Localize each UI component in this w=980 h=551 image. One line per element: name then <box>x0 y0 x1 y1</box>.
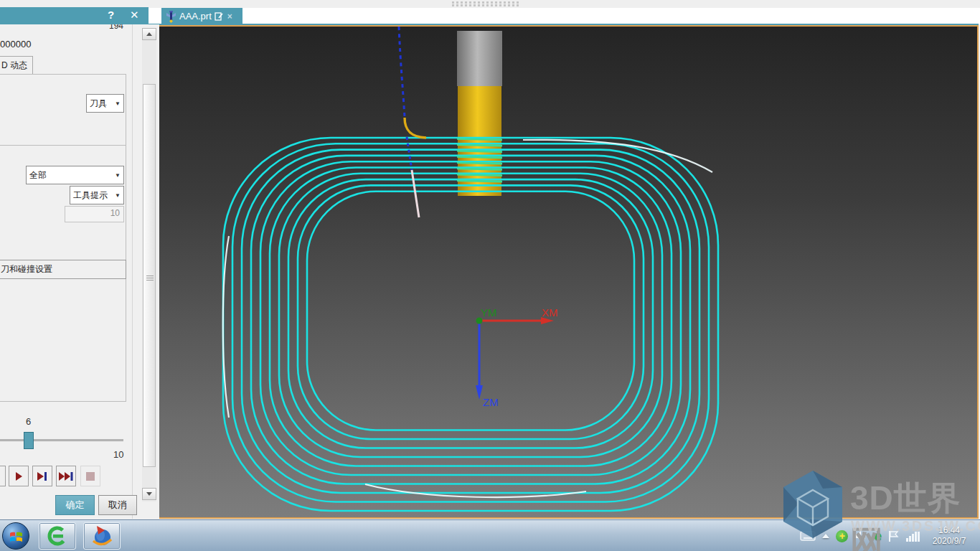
speed-slider-thumb[interactable] <box>24 432 34 449</box>
taskbar-browser-button[interactable] <box>39 522 76 550</box>
scrollbar-thumb[interactable] <box>143 84 156 467</box>
motion-filter-combo-value: 全部 <box>29 169 47 182</box>
360-safety-icon[interactable]: + <box>836 530 848 542</box>
chevron-down-icon: ▼ <box>115 100 121 107</box>
toolpath-over-tool <box>457 163 502 164</box>
tool-display-combo-value: 刀具 <box>90 98 107 110</box>
toolpath-loop <box>279 174 662 457</box>
browser-tray-icon[interactable]: e <box>874 528 882 544</box>
dialog-help-button[interactable]: ? <box>108 9 114 21</box>
speed-slider-max: 10 <box>113 449 123 460</box>
tab-3d-dynamic-label: D 动态 <box>1 60 27 72</box>
toolpath-loop <box>260 161 681 475</box>
triangle-down-icon <box>146 492 152 496</box>
zm-axis-label: ZM <box>483 396 499 408</box>
zm-arrowhead <box>476 385 483 400</box>
taskbar-clock[interactable]: 16:44 2020/9/7 <box>921 522 977 550</box>
playback-stop-button[interactable] <box>80 466 100 486</box>
playback-play-button[interactable] <box>9 466 29 486</box>
dialog-scrollbar[interactable] <box>142 28 156 501</box>
stop-icon <box>86 472 95 481</box>
gouge-collision-settings-label: 刀和碰撞设置 <box>1 263 52 276</box>
tab-close-icon[interactable]: × <box>227 11 232 22</box>
volume-icon[interactable] <box>854 530 867 542</box>
toolpath-over-tool <box>457 174 502 176</box>
cancel-button-label: 取消 <box>108 499 127 512</box>
ym-axis-label: YM <box>481 306 497 319</box>
chevron-up-icon <box>822 534 829 538</box>
xm-axis-label: XM <box>542 306 558 319</box>
rapid-move-path <box>399 27 405 117</box>
action-center-flag-icon[interactable] <box>888 530 900 542</box>
triangle-up-icon <box>146 32 152 36</box>
clock-date: 2020/9/7 <box>921 536 977 547</box>
taskbar-nx-button[interactable] <box>83 522 121 550</box>
network-signal-icon[interactable] <box>906 531 920 542</box>
toolpath-over-tool <box>457 139 502 141</box>
toolpath-over-tool <box>457 145 502 146</box>
scrollbar-grip-icon <box>146 276 154 281</box>
dialog-close-button[interactable]: ✕ <box>130 9 139 22</box>
toolbar-grip-dots[interactable] <box>452 1 519 4</box>
toolpath-over-tool <box>457 156 502 158</box>
nx-app-icon <box>90 524 114 548</box>
tab-aaa-prt[interactable]: AAA.prt × <box>161 8 242 24</box>
tab-label: AAA.prt <box>179 11 212 22</box>
show-hidden-icons-button[interactable] <box>822 534 829 538</box>
gouge-collision-settings-button[interactable]: 刀和碰撞设置 <box>0 260 126 279</box>
graphics-viewport[interactable]: XMYMZM <box>149 24 979 519</box>
toolpath-over-tool <box>457 181 502 182</box>
playback-rewind-button[interactable] <box>0 466 6 486</box>
speed-slider-track[interactable] <box>0 439 123 442</box>
toolpath-loop <box>307 192 634 430</box>
motion-filter-combo[interactable]: 全部 ▼ <box>26 166 124 184</box>
toolbar-grip-dots[interactable] <box>452 4 519 6</box>
start-button[interactable] <box>2 522 29 550</box>
move-number-field[interactable]: 10 <box>65 206 124 222</box>
fast-forward-icon <box>59 471 74 481</box>
toolpath-over-tool <box>457 169 502 170</box>
tool-holder <box>457 31 502 86</box>
tool-display-combo[interactable]: 刀具 ▼ <box>86 94 124 113</box>
part-file-icon <box>166 10 176 23</box>
play-icon <box>14 471 24 481</box>
ok-button[interactable]: 确定 <box>55 495 95 515</box>
chevron-down-icon: ▼ <box>115 192 121 199</box>
toolpath-loop <box>242 150 699 493</box>
toolpath-loop <box>288 179 653 448</box>
green-e-browser-icon <box>46 524 69 547</box>
cancel-button[interactable]: 取消 <box>98 495 137 515</box>
clipped-coordinate-value: 000000 <box>0 39 31 50</box>
engage-move-path <box>405 118 426 138</box>
chevron-down-icon: ▼ <box>115 172 121 179</box>
toolpath-loop <box>270 168 672 466</box>
scrollbar-down-button[interactable] <box>142 488 156 500</box>
windows-flag-icon <box>9 529 23 543</box>
clipped-list-number: 194 <box>109 24 131 32</box>
dialog-title-bar[interactable]: ? ✕ <box>0 7 149 24</box>
toolpath-loop <box>298 185 644 439</box>
toolpath-visualization-dialog: 194 000000 D 动态 刀具 ▼ 全部 ▼ 工具提示 ▼ 10 刀和碰撞… <box>0 24 159 519</box>
toolpath-loop <box>251 156 690 484</box>
modified-doc-icon <box>215 11 223 21</box>
tab-3d-dynamic[interactable]: D 动态 <box>0 56 33 75</box>
clock-time: 16:44 <box>921 525 977 536</box>
playback-step-forward-button[interactable] <box>32 466 52 486</box>
step-forward-icon <box>37 471 48 481</box>
speed-slider-value: 6 <box>26 416 31 427</box>
scrollbar-up-button[interactable] <box>142 28 156 40</box>
tooltip-combo-value: 工具提示 <box>73 189 108 202</box>
vertical-move-path <box>412 170 419 217</box>
keyboard-icon[interactable] <box>800 531 816 541</box>
toolpath-over-tool <box>457 151 502 152</box>
playback-fast-forward-button[interactable] <box>56 466 76 486</box>
toolpath-highlight <box>365 484 586 497</box>
rapid-move-path <box>407 137 412 170</box>
system-tray: + e <box>800 520 920 551</box>
taskbar: + e 16:44 2020/9/7 <box>0 519 980 551</box>
ok-button-label: 确定 <box>66 499 85 512</box>
active-view-border: XMYMZM <box>149 25 979 519</box>
tooltip-combo[interactable]: 工具提示 ▼ <box>70 186 124 204</box>
panel-divider <box>132 24 133 519</box>
toolpath-scene: XMYMZM <box>150 27 977 517</box>
